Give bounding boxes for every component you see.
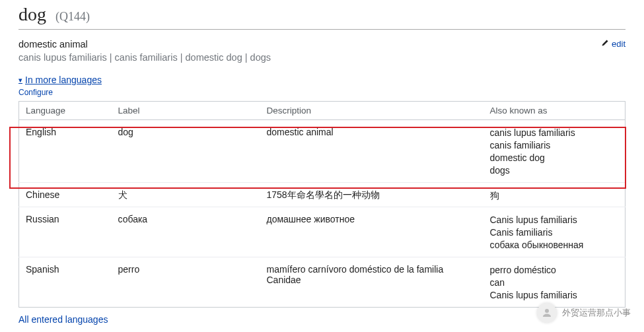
aka-item: собака обыкновенная xyxy=(490,239,619,251)
col-description-header: Description xyxy=(260,102,483,120)
cell-label: dog xyxy=(112,120,260,183)
cell-label: perro xyxy=(112,257,260,308)
aka-item: Canis lupus familiaris xyxy=(490,289,619,302)
aka-item: canis familiaris xyxy=(490,139,619,152)
page-title: dog xyxy=(18,4,46,24)
table-row: Russianсобакадомашнее животноеCanis lupu… xyxy=(19,207,626,257)
entity-qid: (Q144) xyxy=(55,10,90,23)
aka-item: Canis familiaris xyxy=(490,226,619,239)
table-row: Spanishperromamífero carnívoro doméstico… xyxy=(19,257,626,308)
aka-item: domestic dog xyxy=(490,152,619,164)
languages-table: Language Label Description Also known as… xyxy=(18,101,626,308)
triangle-down-icon: ▾ xyxy=(18,76,22,84)
aka-item: canis lupus familiaris xyxy=(490,127,619,139)
cell-aka: Canis lupus familiarisCanis familiarisсо… xyxy=(483,207,626,257)
table-row: Englishdogdomestic animalcanis lupus fam… xyxy=(19,120,626,183)
cell-aka: perro domésticocanCanis lupus familiaris xyxy=(483,257,626,308)
title-bar: dog (Q144) xyxy=(18,0,626,30)
cell-description: 1758年命名學名的一种动物 xyxy=(260,182,483,207)
cell-language: Chinese xyxy=(19,182,112,207)
aka-item: perro doméstico xyxy=(490,264,619,277)
all-entered-languages-link[interactable]: All entered languages xyxy=(18,314,626,325)
col-aka-header: Also known as xyxy=(483,102,626,120)
cell-description: домашнее животное xyxy=(260,207,483,257)
cell-language: Spanish xyxy=(19,257,112,308)
cell-aka: 狗 xyxy=(483,182,626,207)
cell-label: 犬 xyxy=(112,182,260,207)
edit-button[interactable]: edit xyxy=(601,39,626,49)
pencil-icon xyxy=(601,39,609,49)
cell-description: domestic animal xyxy=(260,120,483,183)
watermark: 外贸运营那点小事 xyxy=(537,303,631,323)
cell-language: Russian xyxy=(19,207,112,257)
configure-link[interactable]: Configure xyxy=(18,88,626,97)
aka-item: dogs xyxy=(490,164,619,177)
cell-label: собака xyxy=(112,207,260,257)
entity-aliases: canis lupus familiaris | canis familiari… xyxy=(18,52,271,63)
entity-description: domestic animal xyxy=(18,39,271,50)
aka-item: 狗 xyxy=(490,189,619,202)
watermark-text: 外贸运营那点小事 xyxy=(562,307,631,319)
cell-description: mamífero carnívoro doméstico de la famil… xyxy=(260,257,483,308)
svg-point-0 xyxy=(545,309,549,313)
in-more-languages-label: In more languages xyxy=(25,75,102,85)
table-row: Chinese犬1758年命名學名的一种动物狗 xyxy=(19,182,626,207)
watermark-avatar-icon xyxy=(537,303,557,323)
aka-item: can xyxy=(490,277,619,289)
col-label-header: Label xyxy=(112,102,260,120)
cell-aka: canis lupus familiariscanis familiarisdo… xyxy=(483,120,626,183)
edit-label: edit xyxy=(612,39,626,49)
aka-item: Canis lupus familiaris xyxy=(490,214,619,226)
cell-language: English xyxy=(19,120,112,183)
col-language-header: Language xyxy=(19,102,112,120)
in-more-languages-toggle[interactable]: ▾ In more languages xyxy=(18,75,102,85)
